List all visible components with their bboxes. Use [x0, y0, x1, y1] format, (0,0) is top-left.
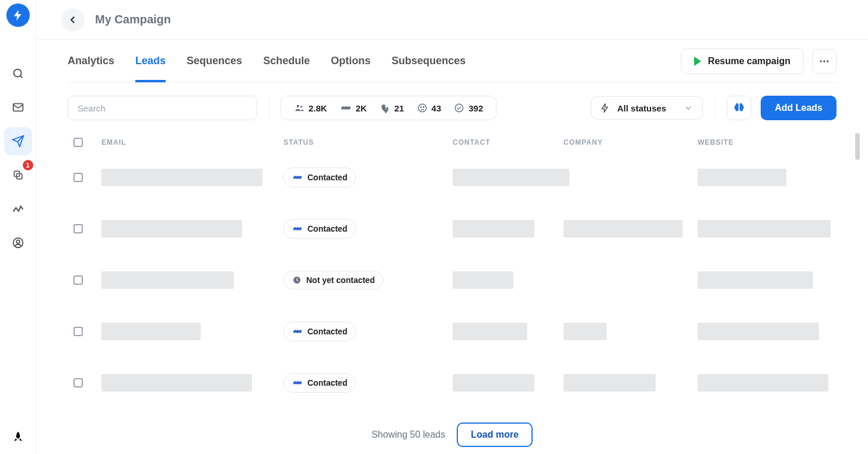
tab-subsequences[interactable]: Subsequences	[391, 40, 466, 82]
search-input[interactable]	[68, 96, 257, 120]
tabs-row: Analytics Leads Sequences Schedule Optio…	[68, 40, 836, 83]
row-checkbox[interactable]	[74, 173, 83, 182]
contact-placeholder	[453, 323, 527, 340]
status-filter-dropdown[interactable]: All statuses	[591, 96, 703, 120]
bolt-icon	[12, 9, 24, 22]
face-icon	[417, 103, 428, 113]
table-row[interactable]: Contacted	[68, 203, 836, 254]
status-filter-label: All statuses	[617, 103, 666, 113]
status-pill: Contacted	[284, 373, 356, 393]
search-icon	[12, 67, 24, 80]
load-more-button[interactable]: Load more	[457, 422, 533, 447]
status-pill: Contacted	[284, 219, 356, 239]
website-placeholder	[698, 323, 819, 340]
table-row[interactable]: Not yet contacted	[68, 254, 836, 306]
th-website: WEBSITE	[698, 138, 831, 146]
status-label: Contacted	[307, 378, 347, 387]
tab-analytics[interactable]: Analytics	[68, 40, 114, 82]
select-all-checkbox[interactable]	[74, 138, 83, 147]
company-placeholder	[564, 374, 656, 392]
sidebar-copy[interactable]: 1	[4, 161, 32, 189]
svg-point-11	[418, 104, 426, 112]
sidebar-account[interactable]	[4, 229, 32, 257]
email-placeholder	[102, 374, 252, 392]
tab-schedule[interactable]: Schedule	[263, 40, 310, 82]
stats-pill: 2.8K 2K 21 43	[281, 96, 496, 120]
activity-icon	[12, 202, 24, 215]
svg-point-6	[820, 60, 822, 62]
row-checkbox[interactable]	[74, 275, 83, 285]
email-placeholder	[102, 323, 201, 340]
stat-face: 43	[417, 103, 442, 113]
send-icon	[12, 135, 24, 148]
email-placeholder	[102, 220, 242, 238]
more-button[interactable]	[812, 49, 836, 74]
svg-point-12	[421, 107, 422, 108]
rocket-icon	[12, 431, 24, 442]
svg-point-0	[13, 69, 21, 77]
tab-sequences[interactable]: Sequences	[187, 40, 242, 82]
resume-campaign-button[interactable]: Resume campaign	[681, 48, 804, 74]
stat-check: 392	[454, 103, 483, 113]
row-checkbox[interactable]	[74, 224, 83, 233]
th-email: EMAIL	[102, 138, 284, 146]
contact-placeholder	[453, 374, 534, 392]
filters-row: 2.8K 2K 21 43	[68, 83, 836, 133]
divider	[715, 96, 715, 120]
sidebar-campaigns[interactable]	[4, 127, 32, 155]
contact-placeholder	[453, 169, 569, 186]
divider	[268, 96, 269, 120]
svg-point-14	[456, 104, 464, 112]
table-row[interactable]: Contacted	[68, 152, 836, 203]
th-status: STATUS	[284, 138, 453, 146]
handshake-icon	[340, 102, 352, 114]
svg-point-13	[423, 107, 424, 108]
tab-leads[interactable]: Leads	[135, 40, 166, 82]
website-placeholder	[698, 220, 831, 238]
copy-icon	[12, 169, 24, 181]
resume-label: Resume campaign	[708, 56, 790, 67]
table-row[interactable]: Contacted	[68, 306, 836, 357]
status-pill: Contacted	[284, 167, 356, 187]
scrollbar-thumb[interactable]	[855, 133, 860, 160]
row-checkbox[interactable]	[74, 378, 83, 387]
contact-placeholder	[453, 220, 534, 238]
add-leads-button[interactable]: Add Leads	[761, 96, 836, 120]
brain-icon	[733, 102, 746, 114]
stat-people: 2.8K	[294, 103, 327, 113]
th-company: COMPANY	[564, 138, 698, 146]
svg-point-5	[16, 240, 20, 243]
website-placeholder	[698, 169, 786, 186]
topbar: My Campaign	[36, 0, 868, 40]
sidebar-rocket[interactable]	[4, 422, 32, 450]
status-pill: Not yet contacted	[284, 271, 383, 289]
back-button[interactable]	[61, 8, 85, 32]
table-row[interactable]: Contacted	[68, 357, 836, 408]
company-placeholder	[564, 323, 607, 340]
email-placeholder	[102, 169, 262, 186]
email-placeholder	[102, 271, 234, 289]
website-placeholder	[698, 271, 813, 289]
user-circle-icon	[12, 236, 24, 249]
row-checkbox[interactable]	[74, 327, 83, 336]
sidebar-search[interactable]	[4, 60, 32, 88]
chevron-down-icon	[684, 103, 693, 113]
stat-heartbreak: 21	[380, 103, 404, 113]
table-footer: Showing 50 leads Load more	[68, 408, 836, 454]
play-icon	[694, 57, 701, 66]
contact-placeholder	[453, 271, 513, 289]
brain-button[interactable]	[727, 96, 751, 120]
stat-handshake: 2K	[340, 102, 367, 114]
mail-icon	[12, 101, 24, 114]
tabs: Analytics Leads Sequences Schedule Optio…	[68, 40, 466, 82]
website-placeholder	[698, 374, 828, 392]
tab-options[interactable]: Options	[331, 40, 370, 82]
check-circle-icon	[454, 103, 464, 113]
sidebar-analytics[interactable]	[4, 195, 32, 223]
status-label: Contacted	[307, 173, 347, 182]
status-label: Contacted	[307, 224, 347, 233]
th-contact: CONTACT	[453, 138, 564, 146]
bolt-outline-icon	[600, 103, 610, 113]
app-logo	[6, 4, 30, 27]
sidebar-inbox[interactable]	[4, 93, 32, 121]
